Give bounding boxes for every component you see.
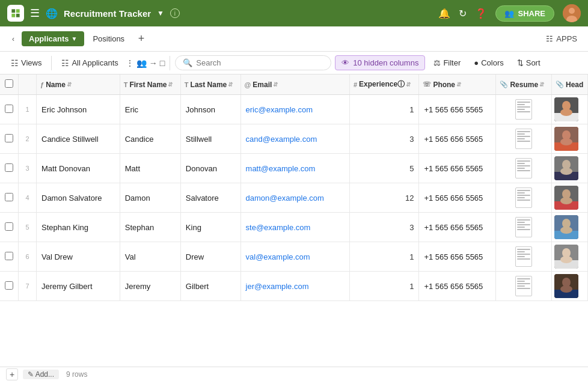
row-checkbox-cell (0, 124, 19, 154)
phone-value: +1 565 656 5565 (424, 194, 483, 203)
tab-positions[interactable]: Positions (85, 31, 132, 46)
table-row: 1 Eric Johnson Eric Johnson eric@example… (0, 95, 588, 124)
row-number: 2 (19, 124, 37, 154)
resume-cell (496, 154, 552, 183)
chevron-down-icon[interactable]: ▼ (157, 9, 164, 17)
search-input[interactable] (196, 58, 323, 67)
email-link[interactable]: ste@example.com (246, 223, 311, 232)
add-label-button[interactable]: ✎ Add... (23, 370, 59, 379)
email-link[interactable]: val@example.com (246, 252, 310, 261)
name-cell: Matt Donovan (37, 154, 120, 183)
col-header-experience[interactable]: # Experienceⓘ ⇵ (349, 75, 418, 95)
full-name[interactable]: Jeremy Gilbert (41, 282, 93, 291)
help-icon[interactable]: ❓ (475, 8, 487, 19)
svg-point-26 (560, 256, 572, 263)
phone-cell: +1 565 656 5565 (419, 95, 496, 124)
apps-button[interactable]: ☷ APPS (541, 31, 582, 46)
last-name: Salvatore (186, 194, 219, 203)
name-cell: Stephan King (37, 213, 120, 242)
experience-cell: 5 (349, 154, 418, 183)
last-name: Drew (186, 252, 204, 261)
row-checkbox[interactable] (5, 281, 13, 290)
firstname-cell: Damon (120, 183, 180, 213)
share-view-icon[interactable]: → (149, 58, 158, 68)
col-header-resume[interactable]: 📎 Resume ⇵ (496, 75, 552, 95)
phone-cell: +1 565 656 5565 (419, 213, 496, 242)
col-header-firstname[interactable]: T First Name ⇵ (120, 75, 180, 95)
headshot (554, 186, 578, 210)
row-checkbox[interactable] (5, 222, 13, 231)
row-checkbox-cell (0, 272, 19, 301)
headshot-cell (552, 124, 588, 154)
row-checkbox[interactable] (5, 163, 13, 172)
email-link[interactable]: cand@example.com (246, 135, 317, 144)
row-checkbox[interactable] (5, 105, 13, 113)
history-icon[interactable]: ↻ (459, 8, 467, 19)
add-row-button[interactable]: + (6, 368, 18, 380)
headshot (554, 274, 578, 298)
share-button[interactable]: 👥 SHARE (495, 5, 554, 22)
experience-value: 1 (409, 252, 414, 261)
lastname-cell: Johnson (180, 95, 240, 124)
col-header-name[interactable]: ƒ Name ⇵ (37, 75, 120, 95)
email-link[interactable]: jer@example.com (246, 282, 309, 291)
email-cell: cand@example.com (240, 124, 349, 154)
phone-value: +1 565 656 5565 (424, 223, 483, 232)
experience-value: 5 (409, 164, 414, 173)
resume-cell (496, 183, 552, 213)
select-all-checkbox[interactable] (5, 79, 13, 88)
tab-applicants[interactable]: Applicants ▼ (22, 31, 84, 46)
col-header-phone[interactable]: ☏ Phone ⇵ (419, 75, 496, 95)
full-name[interactable]: Eric Johnson (41, 105, 87, 114)
col-header-email[interactable]: @ Email ⇵ (240, 75, 349, 95)
row-checkbox-cell (0, 213, 19, 242)
filter-button[interactable]: ⚖ Filter (429, 56, 465, 70)
resume-cell (496, 213, 552, 242)
row-number: 3 (19, 154, 37, 183)
people-icon[interactable]: 👥 (136, 58, 147, 68)
hidden-columns-button[interactable]: 👁 10 hidden columns (335, 55, 425, 70)
sort-button[interactable]: ⇅ Sort (512, 56, 545, 70)
nav-arrow-left[interactable]: ‹ (6, 32, 20, 46)
tab-add-button[interactable]: + (133, 31, 150, 47)
apps-icon: ☷ (546, 34, 553, 43)
pencil-icon: ✎ (28, 370, 34, 379)
colors-button[interactable]: ● Colors (469, 56, 508, 70)
tab-dropdown-icon[interactable]: ▼ (71, 35, 77, 42)
avatar[interactable] (563, 4, 581, 22)
table-row: 6 Val Drew Val Drew val@example.com 1 +1… (0, 242, 588, 272)
row-checkbox[interactable] (5, 252, 13, 260)
full-name[interactable]: Matt Donovan (41, 164, 90, 173)
view-icon[interactable]: □ (160, 58, 165, 68)
more-options-icon[interactable]: ⋮ (126, 58, 134, 68)
bell-icon[interactable]: 🔔 (438, 8, 450, 19)
full-name[interactable]: Val Drew (41, 252, 73, 261)
col-header-lastname[interactable]: T Last Name ⇵ (180, 75, 240, 95)
share-icon: 👥 (504, 9, 514, 18)
email-link[interactable]: damon@example.com (246, 194, 324, 203)
row-checkbox[interactable] (5, 134, 13, 142)
email-link[interactable]: eric@example.com (246, 105, 313, 114)
experience-value: 1 (409, 105, 414, 114)
experience-cell: 3 (349, 213, 418, 242)
hamburger-icon[interactable]: ☰ (30, 7, 40, 20)
full-name[interactable]: Candice Stillwell (41, 135, 99, 144)
email-cell: damon@example.com (240, 183, 349, 213)
full-name[interactable]: Damon Salvatore (41, 194, 102, 203)
all-applicants-button[interactable]: ☷ All Applicants (57, 56, 123, 70)
row-number: 5 (19, 213, 37, 242)
resume-attachment (515, 99, 532, 120)
phone-value: +1 565 656 5565 (424, 252, 483, 261)
row-checkbox[interactable] (5, 193, 13, 201)
first-name: Val (125, 252, 136, 261)
email-link[interactable]: matt@example.com (246, 164, 316, 173)
col-header-headshot[interactable]: 📎 Head (552, 75, 588, 95)
svg-point-14 (560, 168, 572, 175)
first-name: Damon (125, 194, 150, 203)
full-name[interactable]: Stephan King (41, 223, 88, 232)
phone-value: +1 565 656 5565 (424, 135, 483, 144)
search-box[interactable]: 🔍 (175, 55, 331, 70)
info-icon[interactable]: i (170, 8, 180, 18)
views-button[interactable]: ☷ Views (6, 56, 46, 70)
app-logo[interactable] (7, 5, 24, 22)
